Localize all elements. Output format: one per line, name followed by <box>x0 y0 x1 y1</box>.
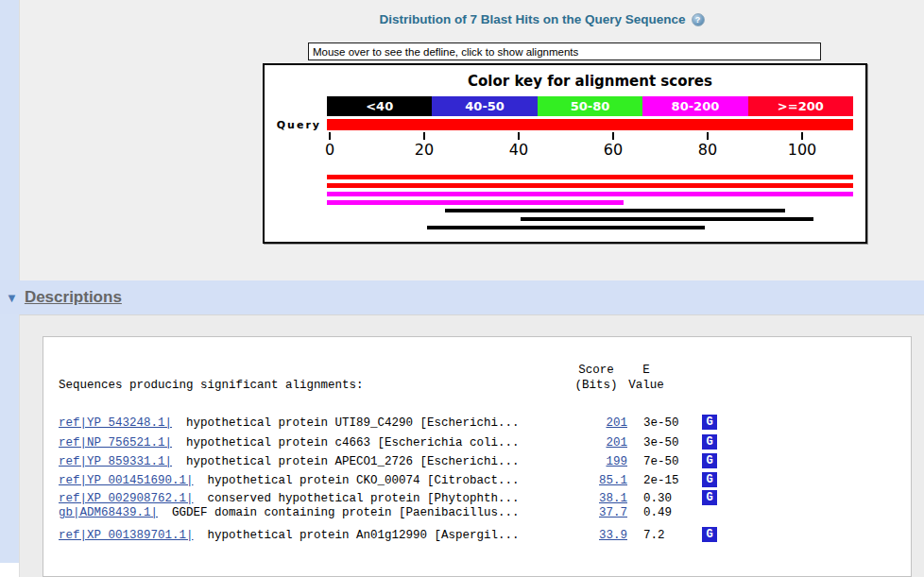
score-header-bottom: (Bits) <box>568 379 625 392</box>
accession-link[interactable]: ref|YP_543248.1| <box>59 416 172 430</box>
evalue-header-top: E <box>623 364 670 377</box>
accession-link[interactable]: ref|YP_859331.1| <box>59 455 172 468</box>
evalue: 7.2 <box>643 529 695 542</box>
table-row: ref|YP_859331.1|hypothetical protein APE… <box>59 455 911 470</box>
score-link[interactable]: 201 <box>573 436 627 450</box>
score-header-top: Score <box>568 364 625 377</box>
hit-description: hypothetical protein c4663 [Escherichia … <box>186 436 520 450</box>
score-link[interactable]: 199 <box>573 455 627 468</box>
table-row: ref|XP_001389701.1|hypothetical protein … <box>59 529 911 544</box>
descriptions-label[interactable]: Descriptions <box>25 288 122 307</box>
evalue: 3e-50 <box>643 416 695 430</box>
axis-tick-label: 80 <box>687 141 728 159</box>
accession-link[interactable]: ref|XP_001389701.1| <box>59 529 194 542</box>
genome-badge[interactable]: G <box>702 453 717 468</box>
genome-badge[interactable]: G <box>702 472 717 487</box>
hit-bar[interactable] <box>327 175 853 179</box>
genome-badge[interactable]: G <box>702 434 717 450</box>
evalue: 3e-50 <box>643 436 695 450</box>
score-link[interactable]: 38.1 <box>573 492 627 505</box>
table-row: ref|YP_543248.1|hypothetical protein UTI… <box>59 416 911 432</box>
axis-tick <box>801 132 803 140</box>
hit-bar[interactable] <box>327 183 853 188</box>
axis-tick-label: 60 <box>592 141 634 159</box>
color-key-segment: 40-50 <box>432 96 537 116</box>
query-bar <box>327 119 853 130</box>
descriptions-header: ▼ Descriptions <box>0 280 924 314</box>
color-key-segment: 80-200 <box>642 96 747 116</box>
color-key-segment: <40 <box>327 96 432 116</box>
blast-hits-graphic: Color key for alignment scores <4040-505… <box>263 63 867 244</box>
descriptions-table: Sequences producing significant alignmen… <box>43 336 912 577</box>
color-key-segment: 50-80 <box>538 96 642 116</box>
hit-description: hypothetical protein APECO1_2726 [Escher… <box>186 455 520 468</box>
hit-bar[interactable] <box>427 226 705 229</box>
score-link[interactable]: 37.7 <box>573 506 627 519</box>
axis-tick <box>518 132 520 140</box>
hit-description: hypothetical protein CKO_00074 [Citrobac… <box>208 474 520 487</box>
score-link[interactable]: 33.9 <box>573 529 627 542</box>
accession-link[interactable]: ref|XP_002908762.1| <box>59 492 194 505</box>
score-link[interactable]: 201 <box>573 416 627 430</box>
genome-badge[interactable]: G <box>702 415 717 430</box>
page-title: Distribution of 7 Blast Hits on the Quer… <box>379 12 685 26</box>
hit-bar[interactable] <box>445 209 785 212</box>
axis-tick-label: 40 <box>498 141 539 159</box>
color-key-title: Color key for alignment scores <box>327 73 853 90</box>
axis-tick-label: 100 <box>781 141 823 159</box>
hit-description: GGDEF domain containing protein [Paeniba… <box>172 506 520 519</box>
evalue: 0.49 <box>643 506 695 519</box>
color-key-segment: >=200 <box>748 96 853 116</box>
table-row: ref|NP_756521.1|hypothetical protein c46… <box>59 436 911 451</box>
axis-tick-label: 0 <box>309 141 351 159</box>
distribution-title-row: Distribution of 7 Blast Hits on the Quer… <box>20 12 924 26</box>
axis-tick <box>707 132 709 140</box>
genome-badge[interactable]: G <box>702 490 717 505</box>
defline-input[interactable] <box>308 42 821 60</box>
axis-tick <box>612 132 614 140</box>
evalue: 2e-15 <box>643 474 695 487</box>
score-link[interactable]: 85.1 <box>573 474 627 487</box>
accession-link[interactable]: gb|ADM68439.1| <box>59 506 158 519</box>
hit-description: conserved hypothetical protein [Phytopht… <box>208 492 520 505</box>
axis-tick-label: 20 <box>403 141 445 159</box>
table-row: gb|ADM68439.1|GGDEF domain containing pr… <box>59 506 911 521</box>
hit-bar[interactable] <box>327 192 853 196</box>
accession-link[interactable]: ref|NP_756521.1| <box>59 436 172 450</box>
axis-tick <box>423 132 425 140</box>
genome-badge[interactable]: G <box>702 527 717 542</box>
hit-description: hypothetical protein UTI89_C4290 [Escher… <box>186 416 520 430</box>
table-row: ref|XP_002908762.1|conserved hypothetica… <box>59 492 911 507</box>
help-icon[interactable]: ? <box>692 13 705 26</box>
table-row: ref|YP_001451690.1|hypothetical protein … <box>59 474 911 489</box>
hit-bar[interactable] <box>521 217 813 221</box>
query-label: Query <box>265 120 321 130</box>
hit-description: hypothetical protein An01g12990 [Aspergi… <box>208 529 520 542</box>
evalue: 7e-50 <box>643 455 695 468</box>
table-left-header: Sequences producing significant alignmen… <box>59 379 364 392</box>
hit-bar[interactable] <box>327 200 624 205</box>
evalue: 0.30 <box>643 492 695 505</box>
axis-tick <box>329 132 331 140</box>
collapse-triangle-icon[interactable]: ▼ <box>6 292 18 304</box>
color-key-bar: <4040-5050-8080-200>=200 <box>327 96 853 116</box>
blast-results-page: Distribution of 7 Blast Hits on the Quer… <box>0 0 924 577</box>
accession-link[interactable]: ref|YP_001451690.1| <box>59 474 194 487</box>
graphic-summary-section: Distribution of 7 Blast Hits on the Quer… <box>19 0 924 280</box>
evalue-header-bottom: Value <box>623 379 670 392</box>
